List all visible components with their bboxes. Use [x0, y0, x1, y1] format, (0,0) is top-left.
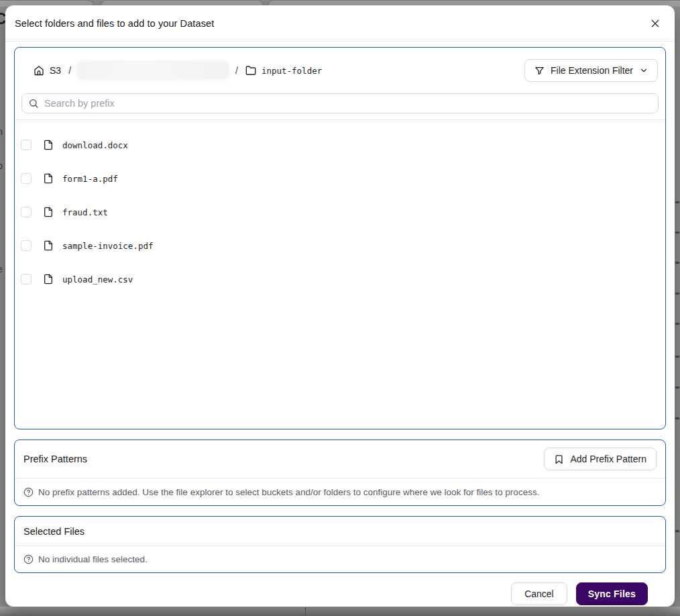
- help-circle-icon: [23, 487, 34, 497]
- file-name: fraud.txt: [62, 207, 108, 217]
- file-checkbox[interactable]: [21, 140, 32, 150]
- prefix-patterns-panel: Prefix Patterns Add Prefix Pattern No pr…: [14, 440, 666, 506]
- file-row[interactable]: upload_new.csv: [15, 262, 665, 296]
- dialog-footer: Cancel Sync Files: [14, 573, 666, 612]
- sync-files-button[interactable]: Sync Files: [576, 582, 648, 605]
- breadcrumb-current-folder[interactable]: input-folder: [245, 65, 322, 76]
- file-icon: [43, 240, 54, 251]
- close-icon: [650, 18, 661, 29]
- file-name: sample-invoice.pdf: [62, 241, 153, 251]
- file-extension-filter-label: File Extension Filter: [551, 65, 633, 76]
- selected-files-empty-row: No individual files selected.: [15, 546, 665, 572]
- breadcrumb-root-label: S3: [50, 65, 61, 76]
- file-extension-filter-button[interactable]: File Extension Filter: [524, 59, 658, 82]
- file-checkbox[interactable]: [21, 274, 32, 285]
- file-explorer-panel: S3 / / input-folder File Extension Filte…: [14, 47, 666, 429]
- dialog-body: S3 / / input-folder File Extension Filte…: [5, 42, 675, 612]
- background-text-fragment: b: [0, 160, 3, 171]
- help-circle-icon: [23, 554, 34, 564]
- breadcrumb-separator: /: [68, 65, 71, 76]
- background-text-fragment: e: [0, 264, 3, 274]
- cancel-button[interactable]: Cancel: [511, 582, 567, 605]
- background-text-fragment: n: [0, 126, 3, 137]
- add-prefix-pattern-button[interactable]: Add Prefix Pattern: [544, 448, 657, 470]
- folder-icon: [245, 65, 256, 76]
- file-name: download.docx: [62, 140, 128, 150]
- selected-files-header: Selected Files: [15, 517, 665, 546]
- prefix-patterns-header: Prefix Patterns Add Prefix Pattern: [15, 440, 665, 478]
- file-row[interactable]: download.docx: [15, 128, 665, 162]
- search-input[interactable]: [44, 98, 652, 109]
- file-checkbox[interactable]: [21, 207, 32, 217]
- dialog-title: Select folders and files to add to your …: [15, 18, 214, 29]
- prefix-patterns-title: Prefix Patterns: [23, 454, 87, 464]
- breadcrumb-root[interactable]: S3: [34, 65, 61, 76]
- bookmark-icon: [554, 454, 564, 464]
- breadcrumb-separator: /: [235, 65, 238, 76]
- chevron-down-icon: [639, 66, 648, 75]
- breadcrumb-current-folder-label: input-folder: [262, 66, 322, 76]
- selected-files-panel: Selected Files No individual files selec…: [14, 516, 666, 573]
- redacted-bucket-name: [78, 62, 228, 79]
- file-checkbox[interactable]: [21, 240, 32, 251]
- file-name: form1-a.pdf: [62, 174, 118, 184]
- file-icon: [43, 274, 54, 285]
- breadcrumb-bucket-redacted[interactable]: [78, 62, 228, 79]
- select-files-dialog: Select folders and files to add to your …: [5, 5, 675, 607]
- search-row: [15, 93, 665, 113]
- file-name: upload_new.csv: [62, 274, 133, 285]
- selected-files-empty-message: No individual files selected.: [38, 554, 148, 564]
- prefix-patterns-empty-row: No prefix patterns added. Use the file e…: [15, 478, 665, 505]
- breadcrumb: S3 / / input-folder File Extension Filte…: [15, 48, 665, 93]
- file-list: download.docx form1-a.pdf fraud.txt samp…: [15, 120, 665, 429]
- file-row[interactable]: form1-a.pdf: [15, 162, 665, 195]
- search-field: [21, 93, 659, 113]
- selected-files-title: Selected Files: [23, 526, 84, 537]
- file-icon: [43, 173, 54, 184]
- close-button[interactable]: [646, 15, 664, 32]
- file-row[interactable]: fraud.txt: [15, 195, 665, 229]
- file-icon: [43, 207, 54, 217]
- search-icon: [28, 98, 39, 109]
- file-icon: [43, 140, 54, 150]
- file-row[interactable]: sample-invoice.pdf: [15, 229, 665, 262]
- filter-funnel-icon: [534, 66, 545, 76]
- dialog-header: Select folders and files to add to your …: [5, 5, 675, 42]
- add-prefix-pattern-label: Add Prefix Pattern: [570, 454, 646, 464]
- prefix-patterns-empty-message: No prefix patterns added. Use the file e…: [38, 487, 539, 497]
- file-checkbox[interactable]: [21, 173, 32, 184]
- home-icon: [34, 65, 44, 76]
